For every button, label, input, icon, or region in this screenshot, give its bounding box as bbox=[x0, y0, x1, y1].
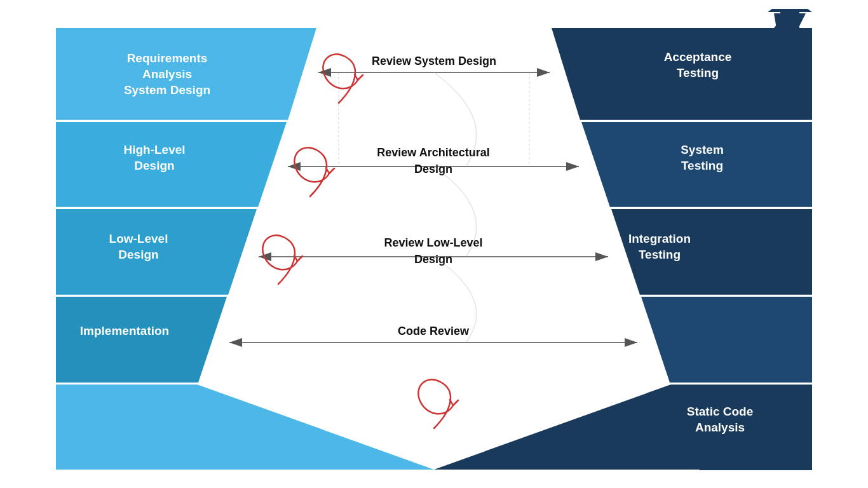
right-system-label2: Testing bbox=[681, 159, 723, 172]
label-review-arch2: Design bbox=[414, 163, 452, 175]
label-code-review: Code Review bbox=[398, 325, 470, 337]
right-static-label2: Analysis bbox=[695, 421, 745, 434]
right-unit-label2: Testing bbox=[610, 335, 652, 348]
v-model-diagram: Requirements Analysis System Design High… bbox=[21, 9, 847, 479]
left-req-label3: System Design bbox=[124, 83, 210, 97]
right-arm-row3 bbox=[641, 297, 812, 383]
right-integration-label1: Integration bbox=[628, 232, 691, 245]
label-review-lld1: Review Low-Level bbox=[384, 236, 482, 249]
left-req-label2: Analysis bbox=[142, 67, 192, 81]
left-impl-label: Implementation bbox=[80, 324, 169, 337]
right-unit-label1: Unit bbox=[620, 319, 644, 332]
left-hld-label2: Design bbox=[134, 159, 174, 172]
left-req-label1: Requirements bbox=[127, 51, 208, 65]
label-review-lld2: Design bbox=[414, 253, 452, 266]
right-acceptance-label2: Testing bbox=[677, 66, 719, 79]
right-acceptance-label1: Acceptance bbox=[664, 50, 732, 64]
left-lld-label2: Design bbox=[118, 248, 158, 261]
label-review-system: Review System Design bbox=[372, 55, 496, 67]
left-hld-label1: High-Level bbox=[123, 143, 185, 156]
right-integration-label2: Testing bbox=[639, 248, 681, 261]
left-arm-row3 bbox=[56, 297, 227, 383]
left-lld-label1: Low-Level bbox=[109, 232, 168, 245]
right-static-label1: Static Code bbox=[687, 405, 754, 418]
right-system-label1: System bbox=[681, 143, 724, 156]
